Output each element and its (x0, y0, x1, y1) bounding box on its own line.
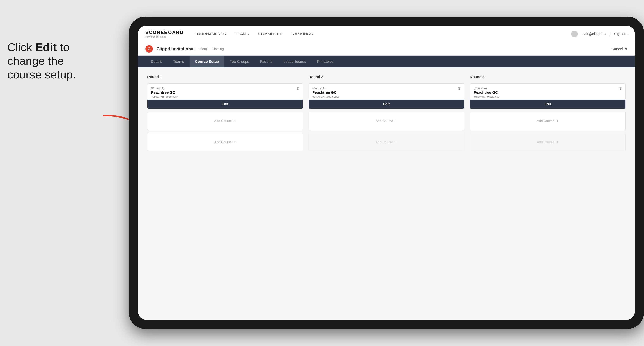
delete-icon[interactable]: 🗑 (296, 86, 301, 91)
tab-course-setup[interactable]: Course Setup (190, 56, 224, 67)
delete-icon[interactable]: 🗑 (457, 86, 462, 91)
course-name: Peachtree GC (474, 90, 622, 95)
round-3-add-course-1[interactable]: Add Course + (470, 112, 626, 130)
course-card-header: (Course A) Peachtree GC Yellow (M) (6629… (470, 84, 626, 100)
tab-teams[interactable]: Teams (168, 56, 190, 67)
tournament-name: Clippd Invitational (156, 46, 195, 51)
nav-tournaments[interactable]: TOURNAMENTS (195, 32, 226, 36)
course-details: Yellow (M) (6629 yds) (151, 95, 299, 98)
round-1-title: Round 1 (147, 75, 303, 79)
tablet-frame: SCOREBOARD Powered by clippd TOURNAMENTS… (129, 16, 644, 329)
course-card-header: (Course A) Peachtree GC Yellow (M) (6629… (309, 84, 464, 100)
course-details: Yellow (M) (6629 yds) (474, 95, 622, 98)
tabs-bar: Details Teams Course Setup Tee Groups Re… (138, 56, 635, 67)
nav-teams[interactable]: TEAMS (235, 32, 249, 36)
course-label: (Course A) (312, 87, 460, 90)
round-3-add-course-2: Add Course + (470, 133, 626, 152)
round-1-course-card: (Course A) Peachtree GC Yellow (M) (6629… (147, 83, 303, 109)
round-3-title: Round 3 (470, 75, 626, 79)
instruction-text: Click Edit tochange thecourse setup. (0, 33, 110, 89)
logo-scoreboard: SCOREBOARD (145, 30, 184, 35)
avatar (571, 31, 578, 37)
round-2-title: Round 2 (308, 75, 464, 79)
plus-icon: + (395, 140, 397, 145)
course-card-header: (Course A) Peachtree GC Yellow (M) (6629… (148, 84, 303, 100)
tab-details[interactable]: Details (145, 56, 168, 67)
tab-leaderboards[interactable]: Leaderboards (278, 56, 312, 67)
course-label: (Course A) (151, 87, 299, 90)
round-2-edit-button[interactable]: Edit (309, 100, 464, 109)
logo-area: SCOREBOARD Powered by clippd (145, 30, 184, 38)
round-1-add-course-1[interactable]: Add Course + (147, 112, 303, 130)
nav-links: TOURNAMENTS TEAMS COMMITTEE RANKINGS (195, 32, 571, 36)
sub-header: C Clippd Invitational (Men) Hosting Canc… (138, 42, 635, 56)
logo-sub: Powered by clippd (145, 35, 184, 38)
round-2-column: Round 2 (Course A) Peachtree GC Yellow (… (308, 75, 464, 152)
round-3-edit-button[interactable]: Edit (470, 100, 626, 109)
round-3-course-card: (Course A) Peachtree GC Yellow (M) (6629… (470, 83, 626, 109)
plus-icon: + (556, 119, 558, 123)
tab-printables[interactable]: Printables (312, 56, 339, 67)
tab-tee-groups[interactable]: Tee Groups (224, 56, 254, 67)
close-icon: ✕ (624, 47, 628, 51)
plus-icon: + (234, 140, 236, 145)
sign-out-link[interactable]: Sign out (614, 32, 628, 36)
course-name: Peachtree GC (312, 90, 460, 95)
cancel-button[interactable]: Cancel ✕ (612, 47, 628, 51)
user-email: blair@clippd.io (582, 32, 606, 36)
top-nav: SCOREBOARD Powered by clippd TOURNAMENTS… (138, 26, 635, 42)
course-details: Yellow (M) (6629 yds) (312, 95, 460, 98)
round-1-add-course-2[interactable]: Add Course + (147, 133, 303, 152)
round-2-add-course-1[interactable]: Add Course + (308, 112, 464, 130)
round-2-add-course-2: Add Course + (308, 133, 464, 152)
plus-icon: + (234, 119, 236, 123)
tournament-gender: (Men) (198, 47, 207, 51)
c-logo: C (145, 45, 153, 53)
plus-icon: + (395, 119, 397, 123)
round-2-course-card: (Course A) Peachtree GC Yellow (M) (6629… (308, 83, 464, 109)
round-1-column: Round 1 (Course A) Peachtree GC Yellow (… (147, 75, 303, 152)
tournament-info: C Clippd Invitational (Men) Hosting (145, 45, 224, 53)
nav-right: blair@clippd.io | Sign out (571, 31, 628, 37)
delete-icon[interactable]: 🗑 (618, 86, 623, 91)
hosting-badge: Hosting (212, 47, 224, 51)
round-1-edit-button[interactable]: Edit (148, 100, 303, 109)
tablet-screen: SCOREBOARD Powered by clippd TOURNAMENTS… (138, 26, 635, 320)
separator: | (609, 32, 610, 36)
course-label: (Course A) (474, 87, 622, 90)
plus-icon: + (556, 140, 558, 145)
rounds-container: Round 1 (Course A) Peachtree GC Yellow (… (147, 75, 626, 152)
tab-results[interactable]: Results (254, 56, 278, 67)
main-content: Round 1 (Course A) Peachtree GC Yellow (… (138, 67, 635, 320)
nav-rankings[interactable]: RANKINGS (292, 32, 313, 36)
course-name: Peachtree GC (151, 90, 299, 95)
bold-edit: Edit (35, 41, 57, 53)
round-3-column: Round 3 (Course A) Peachtree GC Yellow (… (470, 75, 626, 152)
nav-committee[interactable]: COMMITTEE (258, 32, 282, 36)
